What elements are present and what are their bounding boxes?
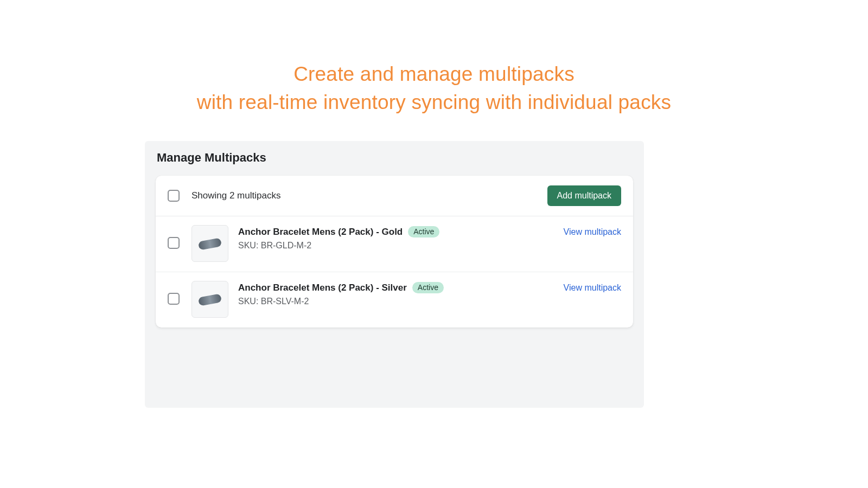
row-checkbox[interactable] [168,237,180,249]
showing-count: Showing 2 multipacks [192,190,547,201]
status-badge: Active [408,226,439,237]
hero-heading: Create and manage multipacks with real-t… [0,0,868,116]
hero-line-2: with real-time inventory syncing with in… [0,89,868,116]
row-main: Anchor Bracelet Mens (2 Pack) - Gold Act… [238,225,564,251]
product-thumbnail [192,225,228,262]
view-multipack-link[interactable]: View multipack [564,281,621,293]
bracelet-icon [198,237,222,250]
multipacks-card: Showing 2 multipacks Add multipack Ancho… [156,176,633,328]
row-checkbox[interactable] [168,293,180,305]
multipack-row: Anchor Bracelet Mens (2 Pack) - Silver A… [156,272,633,328]
item-sku: SKU: BR-SLV-M-2 [238,297,564,306]
manage-multipacks-panel: Manage Multipacks Showing 2 multipacks A… [145,141,644,408]
panel-title: Manage Multipacks [157,151,633,165]
product-thumbnail [192,281,228,318]
add-multipack-button[interactable]: Add multipack [547,185,622,206]
hero-line-1: Create and manage multipacks [0,61,868,88]
select-all-checkbox[interactable] [168,190,180,202]
multipack-row: Anchor Bracelet Mens (2 Pack) - Gold Act… [156,216,633,272]
item-title: Anchor Bracelet Mens (2 Pack) - Silver [238,282,407,293]
bracelet-icon [198,293,222,306]
status-badge: Active [412,282,444,293]
view-multipack-link[interactable]: View multipack [564,225,621,237]
row-main: Anchor Bracelet Mens (2 Pack) - Silver A… [238,281,564,306]
item-sku: SKU: BR-GLD-M-2 [238,241,564,251]
item-title: Anchor Bracelet Mens (2 Pack) - Gold [238,227,403,237]
card-header: Showing 2 multipacks Add multipack [156,176,633,216]
